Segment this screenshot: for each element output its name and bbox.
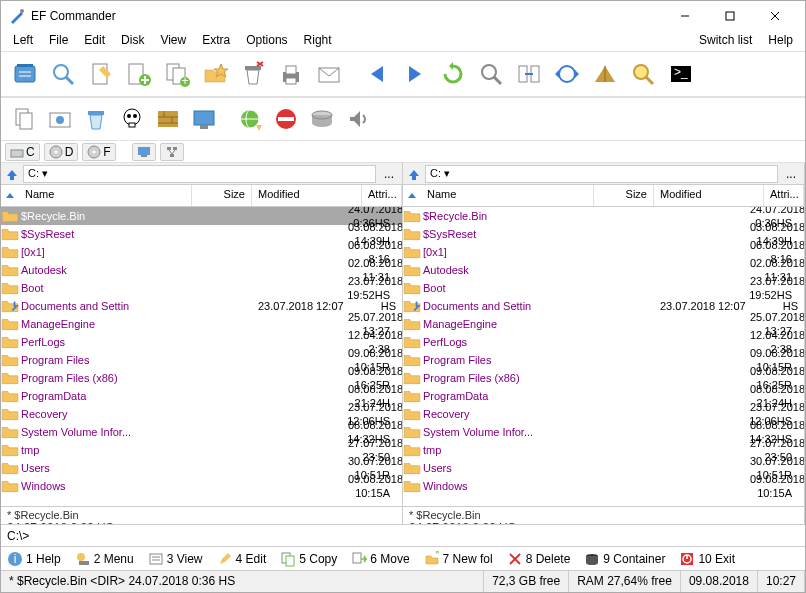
svg-rect-80 (79, 561, 89, 565)
file-row[interactable]: Boot23.07.2018 19:52HS (1, 279, 402, 297)
network-button[interactable] (160, 143, 184, 161)
header-name[interactable]: Name (421, 185, 594, 206)
mail-button[interactable] (311, 56, 347, 92)
svg-rect-45 (88, 111, 104, 115)
fkey-help[interactable]: i1 Help (7, 551, 61, 567)
drive-F[interactable]: F (82, 143, 115, 161)
header-up-icon[interactable] (1, 185, 19, 206)
fkey-move[interactable]: 6 Move (351, 551, 409, 567)
fkey-exit[interactable]: 10 Exit (679, 551, 735, 567)
svg-rect-50 (158, 111, 178, 127)
print-button[interactable] (273, 56, 309, 92)
zoom-button[interactable] (473, 56, 509, 92)
file-name: $Recycle.Bin (19, 210, 342, 222)
folder-star-button[interactable] (197, 56, 233, 92)
back-button[interactable] (359, 56, 395, 92)
svg-rect-81 (150, 554, 162, 564)
left-pane: ...NameSizeModifiedAttri...$Recycle.Bin2… (1, 163, 403, 524)
fkey-delete[interactable]: 8 Delete (507, 551, 571, 567)
copy-doc-button[interactable]: + (159, 56, 195, 92)
drive-C[interactable]: C (5, 143, 40, 161)
up-icon[interactable] (407, 167, 421, 181)
menu-options[interactable]: Options (238, 31, 295, 51)
fkey-edit[interactable]: 4 Edit (217, 551, 267, 567)
command-line[interactable]: C:\> (1, 524, 805, 546)
sync-button[interactable] (549, 56, 585, 92)
edit-doc-button[interactable] (83, 56, 119, 92)
add-doc-button[interactable] (121, 56, 157, 92)
header-modified[interactable]: Modified (252, 185, 362, 206)
left-path-input[interactable] (23, 165, 376, 183)
close-button[interactable] (752, 1, 797, 31)
menu-disk[interactable]: Disk (113, 31, 152, 51)
header-size[interactable]: Size (594, 185, 654, 206)
forward-button[interactable] (397, 56, 433, 92)
drive-D[interactable]: D (44, 143, 79, 161)
net-button[interactable] (233, 102, 267, 136)
fkey-menu[interactable]: 2 Menu (75, 551, 134, 567)
file-name: Documents and Settin (19, 300, 192, 312)
fkey-copy[interactable]: 5 Copy (280, 551, 337, 567)
maximize-button[interactable] (707, 1, 752, 31)
disk-button[interactable] (305, 102, 339, 136)
help-icon: i (7, 551, 23, 567)
monitor-button[interactable] (187, 102, 221, 136)
up-icon[interactable] (5, 167, 19, 181)
recycle-button[interactable] (235, 56, 271, 92)
folder-icon (1, 478, 19, 494)
menu-help[interactable]: Help (760, 31, 801, 51)
terminal-button[interactable]: >_ (663, 56, 699, 92)
desktop-button[interactable] (132, 143, 156, 161)
pyramid-button[interactable] (587, 56, 623, 92)
right-column-headers: NameSizeModifiedAttri... (403, 185, 804, 207)
fkey-view[interactable]: 3 View (148, 551, 203, 567)
file-name: $Recycle.Bin (421, 210, 744, 222)
swap-panes-button[interactable] (511, 56, 547, 92)
menu-extra[interactable]: Extra (194, 31, 238, 51)
svg-point-67 (54, 150, 57, 153)
new-button[interactable] (7, 56, 43, 92)
menu-edit[interactable]: Edit (76, 31, 113, 51)
app-icon (9, 8, 25, 24)
file-name: [0x1] (19, 246, 342, 258)
file-row[interactable]: Windows09.08.2018 10:15A (1, 477, 402, 495)
file-name: Autodesk (421, 264, 744, 276)
search-button[interactable] (45, 56, 81, 92)
header-name[interactable]: Name (19, 185, 192, 206)
menu-right[interactable]: Right (296, 31, 340, 51)
right-path-input[interactable] (425, 165, 778, 183)
header-attr[interactable]: Attri... (362, 185, 402, 206)
folder-icon (1, 244, 19, 260)
file-name: Program Files (x86) (421, 372, 744, 384)
menu-switchlist[interactable]: Switch list (691, 31, 760, 51)
header-attr[interactable]: Attri... (764, 185, 804, 206)
header-modified[interactable]: Modified (654, 185, 764, 206)
sound-button[interactable] (341, 102, 375, 136)
skull-button[interactable] (115, 102, 149, 136)
status-ram: RAM 27,64% free (569, 571, 681, 592)
photos-button[interactable] (43, 102, 77, 136)
folder-icon (403, 280, 421, 296)
header-size[interactable]: Size (192, 185, 252, 206)
menu-view[interactable]: View (152, 31, 194, 51)
wall-button[interactable] (151, 102, 185, 136)
exit-icon (679, 551, 695, 567)
file-row[interactable]: Windows09.08.2018 10:15A (403, 477, 804, 495)
find-yellow-button[interactable] (625, 56, 661, 92)
path-browse-button[interactable]: ... (380, 167, 398, 181)
docs-button[interactable] (7, 102, 41, 136)
right-pane-status: * $Recycle.Bin 24.07.2018 0:36 HS (403, 506, 804, 524)
minimize-button[interactable] (662, 1, 707, 31)
fkey-newfolder[interactable]: *7 New fol (424, 551, 493, 567)
fkey-container[interactable]: 9 Container (584, 551, 665, 567)
block-button[interactable] (269, 102, 303, 136)
refresh-button[interactable] (435, 56, 471, 92)
file-row[interactable]: Boot23.07.2018 19:52HS (403, 279, 804, 297)
header-up-icon[interactable] (403, 185, 421, 206)
trash-button[interactable] (79, 102, 113, 136)
path-browse-button[interactable]: ... (782, 167, 800, 181)
svg-point-44 (56, 116, 64, 124)
svg-point-47 (127, 114, 131, 118)
menu-file[interactable]: File (41, 31, 76, 51)
menu-left[interactable]: Left (5, 31, 41, 51)
